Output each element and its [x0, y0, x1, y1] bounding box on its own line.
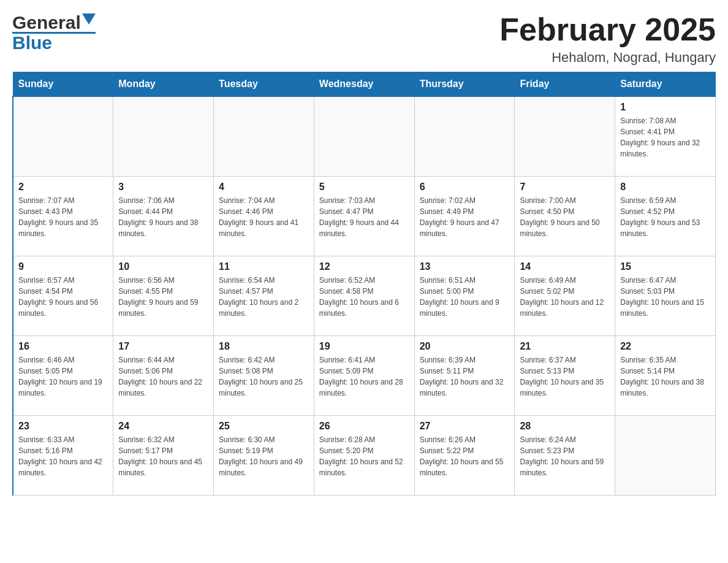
col-thursday: Thursday	[414, 72, 515, 97]
day-number: 13	[420, 261, 510, 272]
day-number: 11	[219, 261, 309, 272]
day-number: 5	[319, 182, 409, 193]
day-number: 25	[219, 421, 309, 432]
day-number: 24	[118, 421, 208, 432]
calendar-cell-w2-d6: 7Sunrise: 7:00 AM Sunset: 4:50 PM Daylig…	[515, 176, 615, 256]
calendar-week-5: 23Sunrise: 6:33 AM Sunset: 5:16 PM Dayli…	[13, 415, 716, 495]
calendar-cell-w1-d3	[214, 96, 314, 176]
calendar-cell-w3-d6: 14Sunrise: 6:49 AM Sunset: 5:02 PM Dayli…	[515, 256, 615, 335]
day-number: 27	[420, 421, 510, 432]
day-info: Sunrise: 6:47 AM Sunset: 5:03 PM Dayligh…	[620, 275, 710, 319]
day-info: Sunrise: 6:24 AM Sunset: 5:23 PM Dayligh…	[520, 434, 610, 478]
day-info: Sunrise: 6:51 AM Sunset: 5:00 PM Dayligh…	[420, 275, 510, 319]
day-number: 15	[620, 261, 710, 272]
day-info: Sunrise: 7:06 AM Sunset: 4:44 PM Dayligh…	[118, 195, 208, 239]
day-info: Sunrise: 6:46 AM Sunset: 5:05 PM Dayligh…	[18, 354, 108, 399]
day-info: Sunrise: 6:28 AM Sunset: 5:20 PM Dayligh…	[319, 434, 409, 478]
calendar-subtitle: Hehalom, Nograd, Hungary	[499, 50, 716, 66]
calendar-cell-w4-d7: 22Sunrise: 6:35 AM Sunset: 5:14 PM Dayli…	[615, 335, 716, 415]
calendar-header-row: Sunday Monday Tuesday Wednesday Thursday…	[13, 72, 716, 97]
calendar-cell-w2-d1: 2Sunrise: 7:07 AM Sunset: 4:43 PM Daylig…	[13, 176, 113, 256]
calendar-cell-w2-d3: 4Sunrise: 7:04 AM Sunset: 4:46 PM Daylig…	[214, 176, 314, 256]
day-info: Sunrise: 6:56 AM Sunset: 4:55 PM Dayligh…	[118, 275, 208, 319]
day-info: Sunrise: 6:59 AM Sunset: 4:52 PM Dayligh…	[620, 195, 710, 239]
day-number: 4	[219, 182, 309, 193]
calendar-cell-w5-d5: 27Sunrise: 6:26 AM Sunset: 5:22 PM Dayli…	[414, 415, 515, 495]
day-info: Sunrise: 7:08 AM Sunset: 4:41 PM Dayligh…	[620, 115, 710, 159]
day-info: Sunrise: 6:39 AM Sunset: 5:11 PM Dayligh…	[420, 354, 510, 399]
calendar-cell-w1-d2	[113, 96, 214, 176]
day-number: 18	[219, 341, 309, 352]
day-number: 21	[520, 341, 610, 352]
day-info: Sunrise: 6:41 AM Sunset: 5:09 PM Dayligh…	[319, 354, 409, 399]
calendar-cell-w4-d4: 19Sunrise: 6:41 AM Sunset: 5:09 PM Dayli…	[314, 335, 414, 415]
logo: General Blue	[12, 12, 96, 53]
day-info: Sunrise: 6:33 AM Sunset: 5:16 PM Dayligh…	[18, 434, 108, 478]
day-info: Sunrise: 7:04 AM Sunset: 4:46 PM Dayligh…	[219, 195, 309, 239]
day-info: Sunrise: 6:44 AM Sunset: 5:06 PM Dayligh…	[118, 354, 208, 399]
day-number: 9	[18, 261, 108, 272]
day-info: Sunrise: 6:26 AM Sunset: 5:22 PM Dayligh…	[420, 434, 510, 478]
calendar-title: February 2025	[499, 12, 716, 47]
day-number: 10	[118, 261, 208, 272]
calendar-cell-w4-d6: 21Sunrise: 6:37 AM Sunset: 5:13 PM Dayli…	[515, 335, 615, 415]
day-info: Sunrise: 7:07 AM Sunset: 4:43 PM Dayligh…	[18, 195, 108, 239]
calendar-week-1: 1Sunrise: 7:08 AM Sunset: 4:41 PM Daylig…	[13, 96, 716, 176]
calendar-cell-w4-d3: 18Sunrise: 6:42 AM Sunset: 5:08 PM Dayli…	[214, 335, 314, 415]
calendar-table: Sunday Monday Tuesday Wednesday Thursday…	[12, 72, 716, 496]
calendar-cell-w5-d6: 28Sunrise: 6:24 AM Sunset: 5:23 PM Dayli…	[515, 415, 615, 495]
day-number: 8	[620, 182, 710, 193]
calendar-cell-w3-d3: 11Sunrise: 6:54 AM Sunset: 4:57 PM Dayli…	[214, 256, 314, 335]
calendar-cell-w1-d4	[314, 96, 414, 176]
calendar-cell-w2-d7: 8Sunrise: 6:59 AM Sunset: 4:52 PM Daylig…	[615, 176, 716, 256]
calendar-cell-w2-d5: 6Sunrise: 7:02 AM Sunset: 4:49 PM Daylig…	[414, 176, 515, 256]
day-number: 22	[620, 341, 710, 352]
calendar-cell-w4-d1: 16Sunrise: 6:46 AM Sunset: 5:05 PM Dayli…	[13, 335, 113, 415]
day-number: 19	[319, 341, 409, 352]
day-number: 28	[520, 421, 610, 432]
day-number: 26	[319, 421, 409, 432]
calendar-cell-w5-d1: 23Sunrise: 6:33 AM Sunset: 5:16 PM Dayli…	[13, 415, 113, 495]
col-saturday: Saturday	[615, 72, 716, 97]
col-wednesday: Wednesday	[314, 72, 414, 97]
day-number: 20	[420, 341, 510, 352]
day-info: Sunrise: 6:35 AM Sunset: 5:14 PM Dayligh…	[620, 354, 710, 399]
day-info: Sunrise: 7:02 AM Sunset: 4:49 PM Dayligh…	[420, 195, 510, 239]
calendar-week-4: 16Sunrise: 6:46 AM Sunset: 5:05 PM Dayli…	[13, 335, 716, 415]
day-info: Sunrise: 6:32 AM Sunset: 5:17 PM Dayligh…	[118, 434, 208, 478]
day-number: 14	[520, 261, 610, 272]
day-info: Sunrise: 6:54 AM Sunset: 4:57 PM Dayligh…	[219, 275, 309, 319]
day-info: Sunrise: 7:00 AM Sunset: 4:50 PM Dayligh…	[520, 195, 610, 239]
col-friday: Friday	[515, 72, 615, 97]
day-number: 3	[118, 182, 208, 193]
day-number: 6	[420, 182, 510, 193]
day-info: Sunrise: 7:03 AM Sunset: 4:47 PM Dayligh…	[319, 195, 409, 239]
day-info: Sunrise: 6:37 AM Sunset: 5:13 PM Dayligh…	[520, 354, 610, 399]
calendar-cell-w1-d7: 1Sunrise: 7:08 AM Sunset: 4:41 PM Daylig…	[615, 96, 716, 176]
calendar-cell-w3-d1: 9Sunrise: 6:57 AM Sunset: 4:54 PM Daylig…	[13, 256, 113, 335]
svg-marker-0	[82, 13, 96, 25]
logo-blue-text: Blue	[12, 33, 52, 53]
calendar-week-3: 9Sunrise: 6:57 AM Sunset: 4:54 PM Daylig…	[13, 256, 716, 335]
logo-general-text: General	[12, 12, 81, 33]
logo-triangle-icon	[82, 13, 96, 27]
col-tuesday: Tuesday	[214, 72, 314, 97]
calendar-cell-w5-d2: 24Sunrise: 6:32 AM Sunset: 5:17 PM Dayli…	[113, 415, 214, 495]
calendar-cell-w3-d5: 13Sunrise: 6:51 AM Sunset: 5:00 PM Dayli…	[414, 256, 515, 335]
calendar-cell-w3-d4: 12Sunrise: 6:52 AM Sunset: 4:58 PM Dayli…	[314, 256, 414, 335]
calendar-title-block: February 2025 Hehalom, Nograd, Hungary	[499, 12, 716, 66]
day-number: 16	[18, 341, 108, 352]
day-number: 1	[620, 102, 710, 113]
calendar-cell-w1-d1	[13, 96, 113, 176]
col-sunday: Sunday	[13, 72, 113, 97]
day-info: Sunrise: 6:42 AM Sunset: 5:08 PM Dayligh…	[219, 354, 309, 399]
col-monday: Monday	[113, 72, 214, 97]
calendar-cell-w3-d7: 15Sunrise: 6:47 AM Sunset: 5:03 PM Dayli…	[615, 256, 716, 335]
calendar-cell-w5-d7	[615, 415, 716, 495]
calendar-cell-w1-d6	[515, 96, 615, 176]
day-number: 23	[18, 421, 108, 432]
day-info: Sunrise: 6:57 AM Sunset: 4:54 PM Dayligh…	[18, 275, 108, 319]
calendar-cell-w4-d2: 17Sunrise: 6:44 AM Sunset: 5:06 PM Dayli…	[113, 335, 214, 415]
calendar-cell-w4-d5: 20Sunrise: 6:39 AM Sunset: 5:11 PM Dayli…	[414, 335, 515, 415]
day-number: 17	[118, 341, 208, 352]
